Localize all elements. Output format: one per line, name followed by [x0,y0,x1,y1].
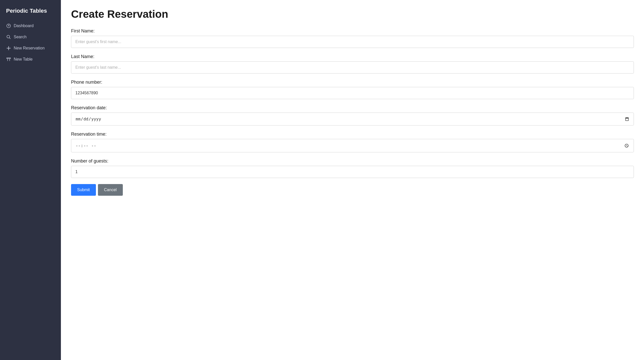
time-group: Reservation time: [71,132,634,152]
first-name-group: First Name: [71,28,634,48]
plus-icon [6,46,11,51]
sidebar-item-label-search: Search [14,35,27,39]
last-name-label: Last Name: [71,54,634,59]
sidebar-item-label-new-table: New Table [14,57,32,62]
sidebar-nav: Dashboard Search New Res [0,20,61,65]
form-actions: Submit Cancel [71,184,634,196]
page-title: Create Reservation [71,8,634,20]
last-name-input[interactable] [71,61,634,74]
guests-label: Number of guests: [71,158,634,164]
date-input[interactable] [71,113,634,125]
sidebar-item-label-new-reservation: New Reservation [14,46,45,50]
phone-input[interactable] [71,87,634,99]
guests-group: Number of guests: [71,158,634,178]
search-icon [6,34,11,40]
guests-input[interactable] [71,166,634,178]
sidebar-item-dashboard[interactable]: Dashboard [0,20,61,31]
sidebar-item-search[interactable]: Search [0,31,61,43]
create-reservation-form: First Name: Last Name: Phone number: Res… [71,28,634,196]
date-label: Reservation date: [71,105,634,111]
sidebar-item-label-dashboard: Dashboard [14,24,33,28]
svg-rect-8 [7,58,11,59]
phone-group: Phone number: [71,80,634,99]
first-name-input[interactable] [71,36,634,48]
sidebar-item-new-reservation[interactable]: New Reservation [0,43,61,54]
dashboard-icon [6,23,11,28]
main-content: Create Reservation First Name: Last Name… [61,0,644,360]
time-label: Reservation time: [71,132,634,137]
date-group: Reservation date: [71,105,634,125]
sidebar-title: Periodic Tables [0,5,61,20]
sidebar-item-new-table[interactable]: New Table [0,54,61,65]
last-name-group: Last Name: [71,54,634,74]
table-icon [6,57,11,62]
sidebar: Periodic Tables Dashboard [0,0,61,360]
cancel-button[interactable]: Cancel [98,184,123,196]
time-input[interactable] [71,139,634,152]
first-name-label: First Name: [71,28,634,34]
svg-line-5 [9,38,11,39]
submit-button[interactable]: Submit [71,184,96,196]
phone-label: Phone number: [71,80,634,85]
